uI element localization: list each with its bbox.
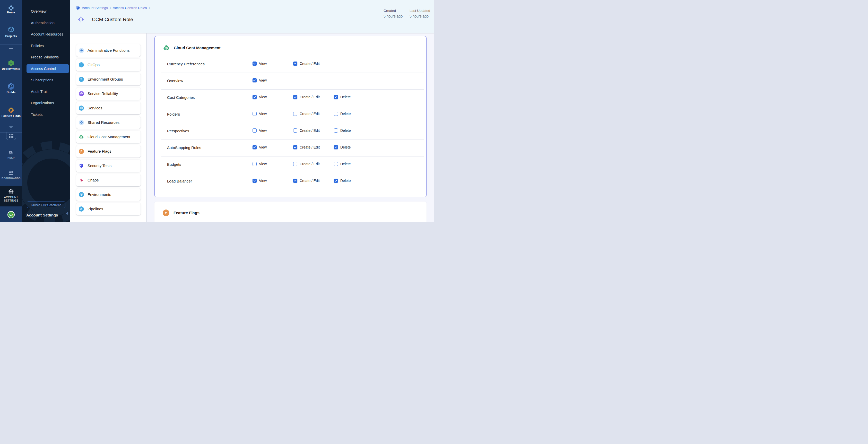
delete-checkbox[interactable] [334,95,338,99]
sidebar-item-subscriptions[interactable]: Subscriptions [22,76,70,87]
view-checkbox[interactable] [252,145,257,149]
nav-projects[interactable] [0,26,22,34]
create-edit-checkbox[interactable] [293,179,297,183]
permission-name: Budgets [167,162,181,166]
feature-flags-module-icon [7,106,15,115]
create-edit-checkbox[interactable] [293,128,297,132]
delete-checkbox[interactable] [334,145,338,149]
create-edit-checkbox[interactable] [293,145,297,149]
resource-card-shared-resources[interactable]: Shared Resources [76,116,141,129]
resource-card-service-reliability[interactable]: Service Reliability [76,88,141,100]
permission-row-load-balancer: Load BalancerViewCreate / EditDelete [155,173,426,190]
resource-card-security-tests[interactable]: Security Tests [76,160,141,172]
delete-permission: Delete [334,112,350,116]
resource-card-feature-flags[interactable]: Feature Flags [76,145,141,158]
delete-checkbox[interactable] [334,128,338,132]
service-reliability-icon [79,91,84,96]
resource-list: Administrative FunctionsGitOpsEnvironmen… [70,33,147,222]
resource-card-cloud-cost-management[interactable]: $Cloud Cost Management [76,131,141,143]
view-checkbox-label: View [259,162,267,166]
delete-checkbox-label: Delete [340,95,350,99]
sidebar-item-overview[interactable]: Overview [22,7,70,18]
title-row: CCM Custom Role [78,16,133,23]
sidebar-item-account-resources[interactable]: Account Resources [22,30,70,41]
create-edit-permission: Create / Edit [293,179,320,183]
sidebar-item-label: Access Control [27,64,69,73]
resource-card-label: Environment Groups [88,77,123,81]
view-checkbox[interactable] [252,95,257,99]
nav-account-settings[interactable]: ACCOUNT SETTINGS [0,186,22,207]
permission-name: Load Balancer [167,179,192,183]
gear-icon [8,188,14,196]
sidebar-item-freeze-windows[interactable]: Freeze Windows [22,53,70,64]
svg-text:?: ? [10,151,11,154]
breadcrumb-access-control-roles-link[interactable]: Access Control: Roles [113,6,147,10]
resource-card-administrative-functions[interactable]: Administrative Functions [76,44,141,57]
page-header: Account Settings › Access Control: Roles… [70,0,434,33]
resource-card-environment-groups[interactable]: Environment Groups [76,73,141,86]
resource-card-label: Shared Resources [88,120,119,125]
section-header: Feature Flags [163,210,199,216]
resource-card-chaos[interactable]: Chaos [76,174,141,186]
created-label: Created [383,9,403,12]
resource-card-label: Administrative Functions [88,48,129,53]
resource-card-pipelines[interactable]: Pipelines [76,203,141,215]
create-edit-checkbox[interactable] [293,162,297,166]
sidebar-item-label: Account Resources [27,30,69,39]
sidebar-item-label: Subscriptions [27,76,69,85]
resource-card-gitops[interactable]: GitOps [76,59,141,71]
resource-card-label: GitOps [88,63,100,67]
settings-sidebar: OverviewAuthenticationAccount ResourcesP… [22,0,70,222]
view-checkbox[interactable] [252,162,257,166]
environments-icon [79,192,84,197]
launch-first-generation-button[interactable]: Launch First Generation [27,201,65,208]
ccm-permissions-card: $ Cloud Cost Management Currency Prefere… [154,36,427,197]
create-edit-checkbox[interactable] [293,62,297,66]
sidebar-item-audit-trail[interactable]: Audit Trail [22,87,70,98]
feature-flags-icon [163,210,169,216]
nav-dashboards[interactable] [0,170,22,177]
module-grid-button[interactable] [6,132,16,140]
created-value: 5 hours ago [383,14,403,18]
create-edit-checkbox-label: Create / Edit [300,179,320,183]
nav-help-label: HELP [0,156,22,159]
resource-card-services[interactable]: Services [76,102,141,114]
view-checkbox[interactable] [252,112,257,116]
delete-checkbox[interactable] [334,112,338,116]
view-checkbox[interactable] [252,62,257,66]
view-checkbox[interactable] [252,78,257,82]
create-edit-checkbox[interactable] [293,95,297,99]
cloud-cost-management-icon: $ [163,44,169,51]
nav-feature-flags[interactable] [0,106,22,115]
permission-row-folders: FoldersViewCreate / EditDelete [155,106,426,123]
delete-checkbox[interactable] [334,179,338,183]
sidebar-item-authentication[interactable]: Authentication [22,19,70,29]
view-checkbox-label: View [259,179,267,183]
delete-permission: Delete [334,145,350,149]
created-block: Created 5 hours ago [383,9,403,20]
role-meta: Created 5 hours ago Last Updated 5 hours… [383,9,430,20]
resource-card-label: Cloud Cost Management [88,135,130,139]
nav-builds[interactable] [0,83,22,91]
user-avatar[interactable]: CJ [7,211,15,218]
sidebar-collapse-arrow-icon[interactable] [66,212,68,215]
sidebar-item-organizations[interactable]: Organizations [22,99,70,109]
sidebar-item-tickets[interactable]: Tickets [22,110,70,121]
sidebar-item-access-control[interactable]: Access Control [22,64,70,75]
pipelines-icon [79,207,84,212]
nav-deployments[interactable]: ∞ [0,59,22,68]
resource-card-environments[interactable]: Environments [76,188,141,201]
view-checkbox-label: View [259,62,267,66]
sidebar-item-policies[interactable]: Policies [22,41,70,52]
view-checkbox[interactable] [252,128,257,132]
create-edit-checkbox[interactable] [293,112,297,116]
delete-checkbox[interactable] [334,162,338,166]
section-title: Cloud Cost Management [174,45,221,50]
sidebar-item-label: Overview [27,7,69,16]
breadcrumb-account-settings-link[interactable]: Account Settings [82,6,108,10]
chevron-down-icon[interactable] [9,126,13,128]
shared-resources-icon [79,120,84,125]
view-checkbox-label: View [259,145,267,149]
view-checkbox[interactable] [252,179,257,183]
account-settings-label-2: SETTINGS [0,199,22,202]
